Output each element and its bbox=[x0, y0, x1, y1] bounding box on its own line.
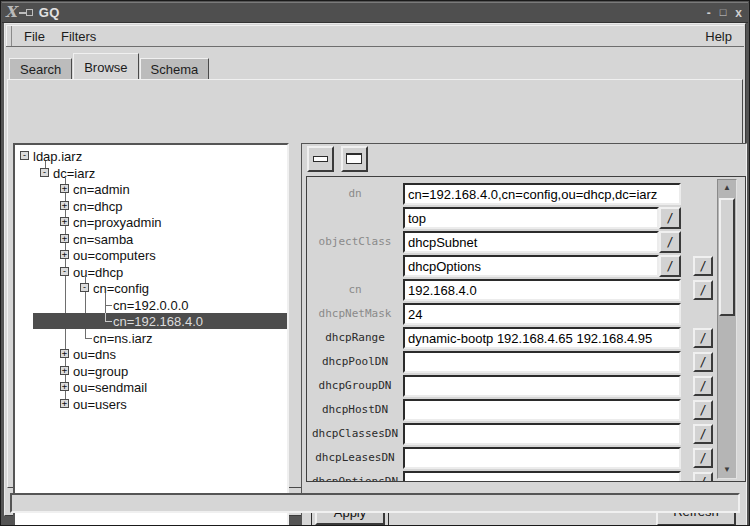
attribute-value-input[interactable] bbox=[403, 183, 681, 205]
attribute-value-input[interactable] bbox=[403, 351, 681, 373]
tree-node[interactable]: +cn=proxyadmin bbox=[15, 214, 287, 230]
add-value-button[interactable]: / bbox=[693, 472, 713, 481]
tree-node[interactable]: +ou=sendmail bbox=[15, 379, 287, 395]
attribute-value-input[interactable] bbox=[403, 423, 681, 445]
attribute-value-input[interactable] bbox=[403, 471, 681, 481]
tree-node-label: cn=192.168.4.0 bbox=[113, 314, 203, 329]
single-line-view-button[interactable] bbox=[307, 146, 334, 172]
scrollbar-thumb[interactable] bbox=[719, 198, 735, 316]
tree-node-label: ou=dhcp bbox=[73, 265, 123, 280]
attribute-value-input[interactable] bbox=[403, 303, 681, 325]
tree-node[interactable]: +cn=samba bbox=[15, 231, 287, 247]
expand-expander-icon[interactable]: + bbox=[60, 217, 69, 226]
client-area: File Filters Help Search Browse Schema -… bbox=[4, 23, 746, 516]
tree-node[interactable]: cn=192.168.4.0 bbox=[15, 313, 287, 329]
tab-browse[interactable]: Browse bbox=[73, 53, 138, 79]
box-view-button[interactable] bbox=[341, 146, 368, 172]
attribute-label: dhcpClassesDN bbox=[307, 423, 403, 445]
attribute-value-input[interactable] bbox=[403, 375, 681, 397]
ldap-tree-panel: -ldap.iarz-dc=iarz+cn=admin+cn=dhcp+cn=p… bbox=[13, 143, 289, 526]
add-value-button[interactable]: / bbox=[693, 424, 713, 444]
x11-logo-icon: X bbox=[5, 5, 17, 20]
attribute-value-input[interactable] bbox=[403, 231, 659, 253]
tab-schema[interactable]: Schema bbox=[140, 58, 210, 79]
menu-help[interactable]: Help bbox=[699, 27, 738, 46]
scroll-down-icon[interactable]: ▼ bbox=[718, 463, 736, 477]
tree-node[interactable]: +ou=group bbox=[15, 363, 287, 379]
expand-expander-icon[interactable]: + bbox=[60, 382, 69, 391]
tree-node-label: dc=iarz bbox=[53, 166, 95, 181]
attribute-label: dhcpNetMask bbox=[307, 303, 403, 325]
add-value-button[interactable]: / bbox=[693, 400, 713, 420]
collapse-expander-icon[interactable]: - bbox=[60, 267, 69, 276]
menubar-grip-handle[interactable] bbox=[6, 26, 12, 46]
expand-expander-icon[interactable]: + bbox=[60, 234, 69, 243]
title-bar[interactable]: X GQ - □ x bbox=[2, 2, 748, 23]
expand-expander-icon[interactable]: + bbox=[60, 349, 69, 358]
tree-node[interactable]: +cn=dhcp bbox=[15, 198, 287, 214]
close-icon[interactable]: x bbox=[735, 7, 742, 19]
attribute-value-input[interactable] bbox=[403, 399, 681, 421]
tree-node[interactable]: +ou=computers bbox=[15, 247, 287, 263]
collapse-expander-icon[interactable]: - bbox=[40, 168, 49, 177]
attribute-label: dhcpGroupDN bbox=[307, 375, 403, 397]
browse-page: -ldap.iarz-dc=iarz+cn=admin+cn=dhcp+cn=p… bbox=[7, 79, 743, 488]
attribute-label: dhcpRange bbox=[307, 327, 403, 349]
value-menu-button[interactable]: / bbox=[659, 231, 681, 253]
tree-node[interactable]: +ou=dns bbox=[15, 346, 287, 362]
tree-node-label: ou=users bbox=[73, 397, 127, 412]
tree-elbow-connector bbox=[105, 313, 106, 321]
form-scrollbar[interactable]: ▲ ▼ bbox=[717, 179, 737, 479]
add-value-button[interactable]: / bbox=[693, 328, 713, 348]
tree-node-label: cn=admin bbox=[73, 182, 130, 197]
expand-expander-icon[interactable]: + bbox=[60, 184, 69, 193]
value-menu-button[interactable]: / bbox=[659, 207, 681, 229]
add-value-button[interactable]: / bbox=[693, 280, 713, 300]
expand-expander-icon[interactable]: + bbox=[60, 201, 69, 210]
attribute-label: dhcpLeasesDN bbox=[307, 447, 403, 469]
tree-node[interactable]: cn=192.0.0.0 bbox=[15, 297, 287, 313]
status-bar bbox=[10, 493, 740, 513]
attribute-value-input[interactable] bbox=[403, 255, 659, 277]
notebook-tabs: Search Browse Schema bbox=[9, 53, 210, 79]
attribute-label: cn bbox=[307, 279, 403, 301]
tree-node[interactable]: -dc=iarz bbox=[15, 165, 287, 181]
menu-file[interactable]: File bbox=[16, 27, 53, 46]
tree-node[interactable]: cn=ns.iarz bbox=[15, 330, 287, 346]
tree-node-label: cn=proxyadmin bbox=[73, 215, 162, 230]
maximize-icon[interactable]: □ bbox=[720, 7, 727, 18]
tree-node[interactable]: +ou=users bbox=[15, 396, 287, 412]
add-value-button[interactable]: / bbox=[693, 256, 713, 276]
value-menu-button[interactable]: / bbox=[659, 255, 681, 277]
tree-node[interactable]: -cn=config bbox=[15, 280, 287, 296]
tree-branch-connector bbox=[105, 305, 112, 306]
window-menu-icon[interactable] bbox=[19, 8, 35, 18]
tree-node-label: cn=config bbox=[93, 281, 149, 296]
add-value-button[interactable]: / bbox=[693, 376, 713, 396]
tree-node[interactable]: -ou=dhcp bbox=[15, 264, 287, 280]
tree-node-label: ou=sendmail bbox=[73, 380, 147, 395]
add-value-button[interactable]: / bbox=[693, 448, 713, 468]
attribute-value-input[interactable] bbox=[403, 279, 681, 301]
collapse-expander-icon[interactable]: - bbox=[20, 151, 29, 160]
attribute-label: dhcpPoolDN bbox=[307, 351, 403, 373]
minimize-icon[interactable]: - bbox=[707, 7, 711, 19]
attributes-frame: ▲ ▼ dn/objectClass///cn/dhcpNetMaskdhcpR… bbox=[306, 176, 746, 482]
tree-node-label: cn=dhcp bbox=[73, 199, 123, 214]
tree-node-label: cn=ns.iarz bbox=[93, 331, 153, 346]
attribute-value-input[interactable] bbox=[403, 207, 659, 229]
expand-expander-icon[interactable]: + bbox=[60, 399, 69, 408]
collapse-expander-icon[interactable]: - bbox=[80, 283, 89, 292]
app-window: X GQ - □ x File Filters Help Search Brow… bbox=[0, 0, 750, 526]
add-value-button[interactable]: / bbox=[693, 352, 713, 372]
expand-expander-icon[interactable]: + bbox=[60, 366, 69, 375]
scroll-up-icon[interactable]: ▲ bbox=[718, 181, 736, 195]
attribute-value-input[interactable] bbox=[403, 447, 681, 469]
tree-node[interactable]: +cn=admin bbox=[15, 181, 287, 197]
tree-node-label: cn=samba bbox=[73, 232, 133, 247]
attribute-value-input[interactable] bbox=[403, 327, 681, 349]
menu-filters[interactable]: Filters bbox=[53, 27, 104, 46]
expand-expander-icon[interactable]: + bbox=[60, 250, 69, 259]
tree-node[interactable]: -ldap.iarz bbox=[15, 148, 287, 164]
tab-search[interactable]: Search bbox=[9, 58, 72, 79]
